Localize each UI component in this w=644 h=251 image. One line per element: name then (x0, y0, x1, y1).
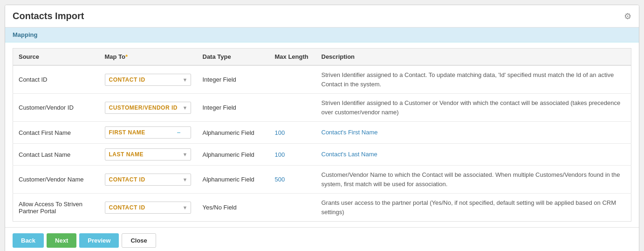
select-wrapper-0[interactable]: CONTACT IDFIRST NAMELAST NAMECUSTOMER/VE… (105, 74, 191, 86)
table-row: Contact IDCONTACT IDFIRST NAMELAST NAMEC… (13, 65, 631, 94)
datatype-cell-2: Alphanumeric Field (197, 122, 269, 144)
datatype-cell-3: Alphanumeric Field (197, 144, 269, 166)
table-body: Contact IDCONTACT IDFIRST NAMELAST NAMEC… (13, 65, 631, 222)
datatype-cell-5: Yes/No Field (197, 194, 269, 222)
maxlen-cell-0 (269, 65, 316, 94)
next-button[interactable]: Next (47, 233, 76, 248)
mapto-select-0[interactable]: CONTACT IDFIRST NAMELAST NAMECUSTOMER/VE… (105, 74, 191, 86)
mapto-select-5[interactable]: CONTACT IDFIRST NAMELAST NAMECUSTOMER/VE… (105, 202, 191, 214)
select-wrapper-5[interactable]: CONTACT IDFIRST NAMELAST NAMECUSTOMER/VE… (105, 202, 191, 214)
desc-cell-2: Contact's First Name (316, 122, 631, 144)
required-indicator: * (125, 53, 128, 60)
select-wrapper-1[interactable]: CONTACT IDFIRST NAMELAST NAMECUSTOMER/VE… (105, 102, 191, 114)
maxlen-cell-2: 100 (269, 122, 316, 144)
mapto-select-4[interactable]: CONTACT IDFIRST NAMELAST NAMECUSTOMER/VE… (105, 174, 191, 186)
mapto-select-3[interactable]: CONTACT IDFIRST NAMELAST NAMECUSTOMER/VE… (105, 148, 191, 160)
page-header: Contacts Import ⚙ (5, 5, 639, 28)
col-header-mapto: Map To* (99, 49, 197, 66)
col-header-source: Source (13, 49, 99, 66)
desc-cell-4: Customer/Vendor Name to which the Contac… (316, 166, 631, 194)
section-header: Mapping (5, 28, 639, 42)
source-cell-4: Customer/Vendor Name (13, 166, 99, 194)
source-cell-5: Allow Access To Striven Partner Portal (13, 194, 99, 222)
close-button[interactable]: Close (122, 233, 156, 248)
maxlen-cell-1 (269, 94, 316, 122)
gear-icon[interactable]: ⚙ (624, 11, 631, 21)
footer-buttons: Back Next Preview Close (5, 227, 639, 251)
preview-button[interactable]: Preview (79, 233, 119, 248)
col-header-description: Description (316, 49, 631, 66)
table-container: Source Map To* Data Type Max Length Desc… (5, 42, 639, 227)
datatype-cell-0: Integer Field (197, 65, 269, 94)
desc-cell-0: Striven Identifier assigned to a Contact… (316, 65, 631, 94)
mapto-cell-4[interactable]: CONTACT IDFIRST NAMELAST NAMECUSTOMER/VE… (99, 166, 197, 194)
maxlen-cell-4: 500 (269, 166, 316, 194)
desc-cell-3: Contact's Last Name (316, 144, 631, 166)
table-row: Customer/Vendor IDCONTACT IDFIRST NAMELA… (13, 94, 631, 122)
mapto-cell-2[interactable]: CONTACT IDFIRST NAMELAST NAMECUSTOMER/VE… (99, 122, 197, 144)
maxlen-cell-3: 100 (269, 144, 316, 166)
table-row: Contact Last NameCONTACT IDFIRST NAMELAS… (13, 144, 631, 166)
maxlen-cell-5 (269, 194, 316, 222)
select-wrapper-3[interactable]: CONTACT IDFIRST NAMELAST NAMECUSTOMER/VE… (105, 148, 191, 160)
desc-cell-1: Striven Identifier assigned to a Custome… (316, 94, 631, 122)
mapto-cell-5[interactable]: CONTACT IDFIRST NAMELAST NAMECUSTOMER/VE… (99, 194, 197, 222)
select-wrapper-4[interactable]: CONTACT IDFIRST NAMELAST NAMECUSTOMER/VE… (105, 174, 191, 186)
source-cell-2: Contact First Name (13, 122, 99, 144)
clear-btn-2[interactable]: − (177, 129, 180, 136)
table-row: Customer/Vendor NameCONTACT IDFIRST NAME… (13, 166, 631, 194)
page-container: Contacts Import ⚙ Mapping Source Map To*… (5, 5, 639, 251)
mapto-select-1[interactable]: CONTACT IDFIRST NAMELAST NAMECUSTOMER/VE… (105, 102, 191, 114)
source-cell-0: Contact ID (13, 65, 99, 94)
table-row: Contact First NameCONTACT IDFIRST NAMELA… (13, 122, 631, 144)
source-cell-3: Contact Last Name (13, 144, 99, 166)
mapto-cell-3[interactable]: CONTACT IDFIRST NAMELAST NAMECUSTOMER/VE… (99, 144, 197, 166)
col-header-datatype: Data Type (197, 49, 269, 66)
datatype-cell-4: Alphanumeric Field (197, 166, 269, 194)
mapto-cell-1[interactable]: CONTACT IDFIRST NAMELAST NAMECUSTOMER/VE… (99, 94, 197, 122)
mapping-table: Source Map To* Data Type Max Length Desc… (13, 48, 631, 222)
mapto-cell-0[interactable]: CONTACT IDFIRST NAMELAST NAMECUSTOMER/VE… (99, 65, 197, 94)
source-cell-1: Customer/Vendor ID (13, 94, 99, 122)
select-wrapper-2[interactable]: CONTACT IDFIRST NAMELAST NAMECUSTOMER/VE… (105, 126, 191, 139)
table-row: Allow Access To Striven Partner PortalCO… (13, 194, 631, 222)
page-title: Contacts Import (13, 11, 84, 21)
datatype-cell-1: Integer Field (197, 94, 269, 122)
desc-cell-5: Grants user access to the partner portal… (316, 194, 631, 222)
table-header-row: Source Map To* Data Type Max Length Desc… (13, 49, 631, 66)
col-header-maxlength: Max Length (269, 49, 316, 66)
section-label: Mapping (13, 31, 37, 38)
back-button[interactable]: Back (13, 233, 44, 248)
